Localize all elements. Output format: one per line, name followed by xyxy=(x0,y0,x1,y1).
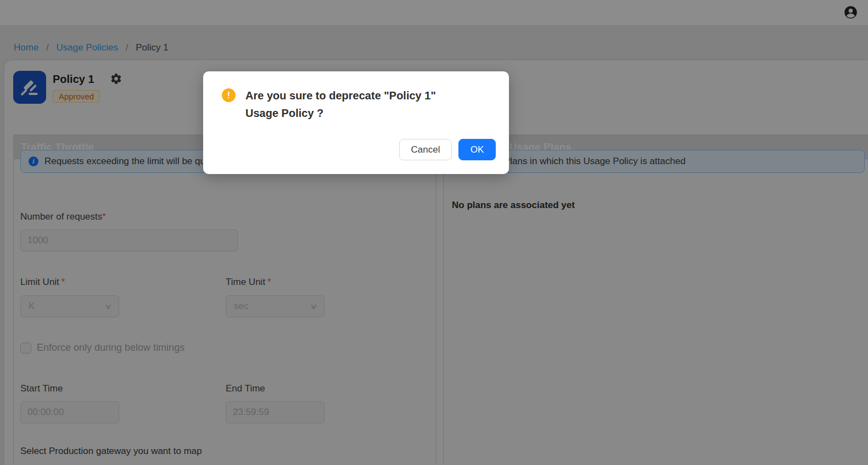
modal-mask[interactable] xyxy=(0,0,868,465)
warning-icon: ! xyxy=(222,88,236,102)
ok-button[interactable]: OK xyxy=(458,139,496,160)
cancel-button[interactable]: Cancel xyxy=(399,139,452,160)
modal-message: Are you sure to deprecate "Policy 1" Usa… xyxy=(245,87,472,122)
deprecate-confirm-modal: ! Are you sure to deprecate "Policy 1" U… xyxy=(203,71,509,174)
